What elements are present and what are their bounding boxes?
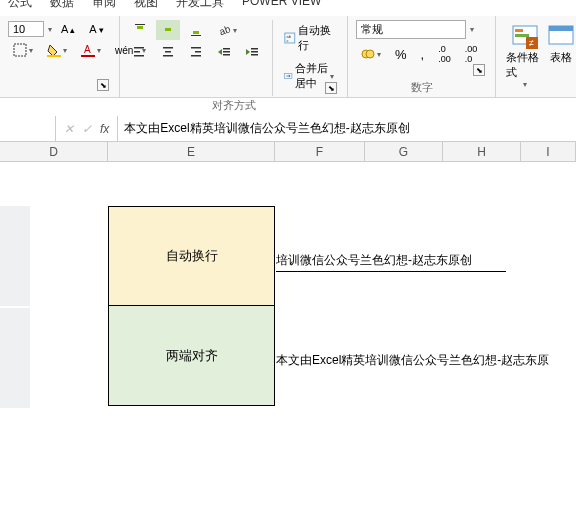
format-table-button[interactable]: 表格	[546, 20, 576, 91]
dropdown-icon[interactable]: ▾	[48, 25, 52, 34]
name-box[interactable]	[0, 116, 56, 141]
cell-wrap[interactable]: 自动换行	[108, 206, 275, 306]
svg-rect-18	[191, 55, 201, 57]
styles-group: ≠ 条件格式▾ 表格	[496, 16, 576, 97]
panel-block	[0, 308, 30, 408]
overflow-text-2: 本文由Excel精英培训微信公众号兰色幻想-赵志东原	[276, 352, 576, 371]
svg-rect-32	[515, 29, 523, 32]
svg-rect-14	[165, 51, 171, 53]
svg-rect-7	[193, 31, 199, 34]
svg-rect-10	[134, 47, 144, 49]
cancel-icon[interactable]: ✕	[64, 122, 74, 136]
increase-decimal-button[interactable]: .0.00	[433, 41, 456, 67]
font-dialog-launcher[interactable]: ⬊	[97, 79, 109, 91]
wrap-text-button[interactable]: abc自动换行	[279, 20, 339, 56]
overflow-text-1: 培训微信公众号兰色幻想-赵志东原创	[276, 252, 506, 272]
cells-area: 自动换行 两端对齐	[108, 206, 275, 406]
number-group-label: 数字	[356, 78, 487, 95]
col-header-g[interactable]: G	[365, 142, 443, 161]
svg-rect-1	[47, 55, 61, 57]
ribbon: 10 ▾ A▴ A▾ ▾ ▾ A▾ wén▾ ⬊ ab▾	[0, 16, 576, 98]
align-right-button[interactable]	[184, 42, 208, 62]
fill-color-button[interactable]: ▾	[42, 40, 72, 60]
fx-button[interactable]: fx	[100, 122, 109, 136]
left-panel: ****	[0, 206, 30, 506]
col-header-i[interactable]: I	[521, 142, 576, 161]
number-format-select[interactable]: 常规	[356, 20, 466, 39]
percent-button[interactable]: %	[390, 44, 412, 65]
font-size-select[interactable]: 10	[8, 21, 44, 37]
font-group: 10 ▾ A▴ A▾ ▾ ▾ A▾ wén▾ ⬊	[0, 16, 120, 97]
border-button[interactable]: ▾	[8, 40, 38, 60]
accounting-format-button[interactable]: ▾	[356, 44, 386, 64]
number-group: 常规▾ ▾ % , .0.00 .00.0 ⬊ 数字	[348, 16, 496, 97]
svg-text:ab: ab	[218, 23, 231, 37]
svg-rect-8	[191, 35, 201, 36]
svg-rect-0	[14, 44, 26, 56]
col-header-d[interactable]: D	[0, 142, 108, 161]
svg-text:≠: ≠	[529, 38, 534, 48]
panel-block	[0, 206, 30, 306]
svg-rect-13	[163, 47, 173, 49]
formula-input[interactable]: 本文由Excel精英培训微信公众号兰色幻想-赵志东原创	[117, 116, 576, 141]
ribbon-tabs: 公式 数据 审阅 视图 开发工具 POWER VIEW	[0, 0, 576, 16]
align-middle-button[interactable]	[156, 20, 180, 40]
svg-rect-5	[137, 26, 143, 29]
col-header-e[interactable]: E	[108, 142, 275, 161]
svg-rect-21	[223, 54, 230, 56]
formula-bar: ✕ ✓ fx 本文由Excel精英培训微信公众号兰色幻想-赵志东原创	[0, 116, 576, 142]
align-bottom-button[interactable]	[184, 20, 208, 40]
align-group-label: 对齐方式	[128, 96, 339, 113]
svg-rect-4	[135, 24, 145, 25]
svg-rect-11	[134, 51, 140, 53]
svg-point-30	[366, 50, 374, 58]
cell-justify[interactable]: 两端对齐	[108, 306, 275, 406]
svg-rect-22	[251, 48, 258, 50]
svg-rect-6	[165, 28, 171, 31]
tab-dev[interactable]: 开发工具	[176, 0, 224, 11]
font-color-button[interactable]: A▾	[76, 40, 106, 60]
conditional-format-button[interactable]: ≠ 条件格式▾	[504, 20, 546, 91]
svg-text:c: c	[286, 38, 288, 43]
column-headers: D E F G H I	[0, 142, 576, 162]
number-dialog-launcher[interactable]: ⬊	[473, 64, 485, 76]
svg-text:A: A	[84, 44, 91, 55]
comma-button[interactable]: ,	[416, 44, 430, 65]
orientation-button[interactable]: ab▾	[212, 20, 242, 40]
svg-rect-23	[251, 51, 258, 53]
svg-rect-37	[549, 26, 573, 31]
svg-rect-33	[515, 34, 529, 37]
increase-font-button[interactable]: A▴	[56, 20, 80, 38]
tab-view[interactable]: 视图	[134, 0, 158, 11]
alignment-group: ab▾ abc自动换行 合并后居中▾ ⬊ 对齐方式	[120, 16, 348, 97]
confirm-icon[interactable]: ✓	[82, 122, 92, 136]
svg-rect-19	[223, 48, 230, 50]
tab-review[interactable]: 审阅	[92, 0, 116, 11]
svg-rect-12	[134, 55, 144, 57]
decrease-font-button[interactable]: A▾	[84, 20, 108, 38]
svg-rect-16	[191, 47, 201, 49]
increase-indent-button[interactable]	[240, 42, 264, 62]
decrease-indent-button[interactable]	[212, 42, 236, 62]
col-header-f[interactable]: F	[275, 142, 365, 161]
align-left-button[interactable]	[128, 42, 152, 62]
align-top-button[interactable]	[128, 20, 152, 40]
tab-data[interactable]: 数据	[50, 0, 74, 11]
col-header-h[interactable]: H	[443, 142, 521, 161]
svg-rect-17	[195, 51, 201, 53]
align-center-button[interactable]	[156, 42, 180, 62]
worksheet[interactable]: **** 自动换行 两端对齐 培训微信公众号兰色幻想-赵志东原创 本文由Exce…	[0, 162, 576, 506]
svg-rect-15	[163, 55, 173, 57]
svg-rect-3	[81, 55, 95, 57]
tab-powerview[interactable]: POWER VIEW	[242, 0, 321, 8]
align-dialog-launcher[interactable]: ⬊	[325, 82, 337, 94]
tab-formulas[interactable]: 公式	[8, 0, 32, 11]
svg-rect-20	[223, 51, 230, 53]
svg-rect-24	[251, 54, 258, 56]
